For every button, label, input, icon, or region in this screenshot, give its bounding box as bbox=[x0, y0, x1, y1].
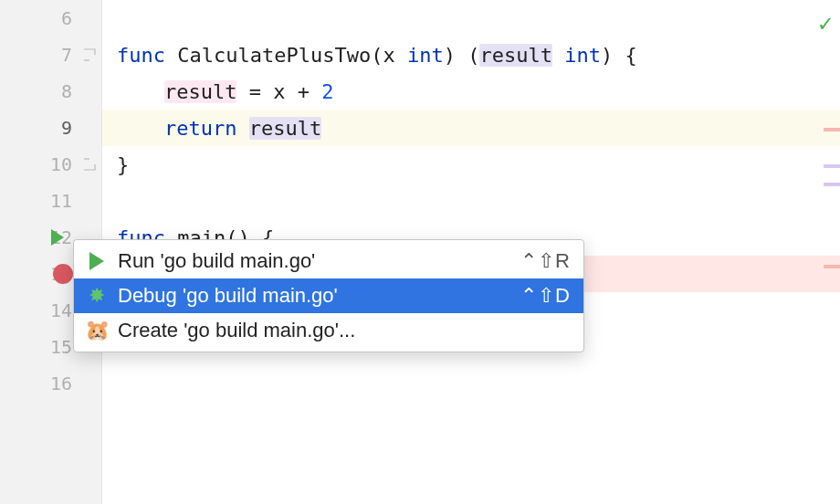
keyword: func bbox=[117, 44, 165, 67]
identifier: CalculatePlusTwo bbox=[165, 44, 371, 67]
code-text: (x bbox=[371, 44, 407, 67]
code-line[interactable]: } bbox=[102, 146, 840, 183]
menu-item-run[interactable]: Run 'go build main.go' ⌃⇧R bbox=[74, 244, 583, 278]
line-number: 16 bbox=[50, 373, 72, 394]
code-line[interactable] bbox=[102, 0, 840, 37]
gutter-line[interactable]: 8 bbox=[0, 73, 101, 110]
code-text: ) { bbox=[601, 44, 637, 67]
gutter-line[interactable]: 6 bbox=[0, 0, 101, 37]
menu-item-shortcut: ⌃⇧R bbox=[520, 249, 571, 273]
gutter-line[interactable]: 10 bbox=[0, 146, 101, 183]
breakpoint-icon[interactable] bbox=[53, 264, 73, 284]
type: int bbox=[407, 44, 444, 67]
line-number: 11 bbox=[50, 190, 72, 212]
menu-item-shortcut: ⌃⇧D bbox=[520, 284, 571, 308]
identifier: result bbox=[249, 117, 321, 140]
identifier: result bbox=[164, 80, 236, 103]
number-literal: 2 bbox=[321, 80, 333, 103]
menu-item-create-config[interactable]: 🐹 Create 'go build main.go'... bbox=[74, 313, 583, 348]
code-text bbox=[236, 117, 248, 140]
code-line[interactable] bbox=[102, 365, 840, 402]
code-text: } bbox=[117, 153, 129, 176]
return-name: result bbox=[479, 44, 551, 67]
stripe-marker[interactable] bbox=[824, 183, 840, 186]
gutter-line[interactable]: 9 bbox=[0, 110, 101, 146]
stripe-marker[interactable] bbox=[824, 128, 840, 131]
fold-toggle-icon[interactable] bbox=[81, 47, 98, 63]
code-line[interactable]: result = x + 2 bbox=[102, 73, 840, 110]
stripe-marker[interactable] bbox=[824, 164, 840, 168]
gutter-line[interactable]: 7 bbox=[0, 37, 101, 73]
code-line[interactable]: func CalculatePlusTwo(x int) (result int… bbox=[102, 37, 840, 73]
code-text: ) ( bbox=[444, 44, 480, 67]
code-text bbox=[552, 44, 564, 67]
menu-item-label: Run 'go build main.go' bbox=[118, 249, 509, 273]
fold-toggle-icon[interactable] bbox=[81, 156, 98, 173]
bug-icon: ✸ bbox=[87, 286, 107, 306]
line-number: 10 bbox=[50, 153, 72, 175]
line-number: 6 bbox=[61, 7, 72, 29]
stripe-marker[interactable] bbox=[824, 265, 840, 268]
code-line-current[interactable]: return result bbox=[102, 110, 840, 146]
line-number: 7 bbox=[61, 44, 72, 66]
code-text: = x + bbox=[236, 80, 321, 103]
menu-item-label: Create 'go build main.go'... bbox=[118, 319, 560, 342]
keyword: return bbox=[164, 117, 236, 140]
gutter-line[interactable]: 16 bbox=[0, 365, 101, 402]
run-icon bbox=[87, 251, 107, 271]
menu-item-label: Debug 'go build main.go' bbox=[118, 284, 509, 308]
menu-item-debug[interactable]: ✸ Debug 'go build main.go' ⌃⇧D bbox=[74, 278, 583, 313]
type: int bbox=[564, 44, 601, 67]
gutter-line[interactable]: 11 bbox=[0, 183, 101, 219]
line-number: 8 bbox=[61, 80, 72, 102]
line-number: 15 bbox=[50, 336, 72, 358]
line-number: 9 bbox=[61, 117, 72, 139]
code-line[interactable] bbox=[102, 183, 840, 219]
inspection-ok-icon[interactable]: ✓ bbox=[818, 9, 833, 37]
gopher-icon: 🐹 bbox=[87, 320, 107, 341]
run-gutter-icon[interactable] bbox=[51, 229, 64, 246]
line-number: 14 bbox=[50, 299, 72, 321]
error-stripe: ✓ bbox=[820, 0, 840, 504]
code-editor: 6 7 8 9 10 11 12 13 14 15 16 bbox=[0, 0, 840, 504]
run-context-menu: Run 'go build main.go' ⌃⇧R ✸ Debug 'go b… bbox=[73, 239, 584, 352]
